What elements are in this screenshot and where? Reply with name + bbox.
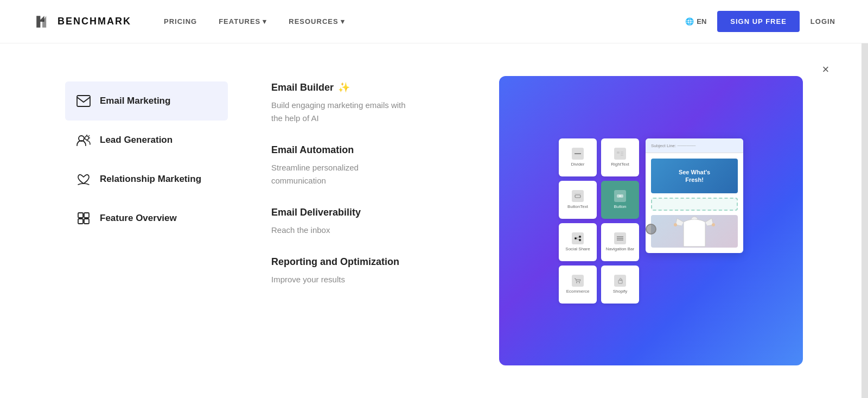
preview-product-image [651, 215, 738, 248]
features-dropdown: × Email Marketing [0, 43, 868, 398]
svg-rect-8 [78, 219, 83, 224]
navbar-block-icon [614, 232, 626, 244]
block-social[interactable]: Social Share [559, 223, 597, 261]
chevron-down-icon: ▾ [263, 17, 267, 26]
globe-icon: 🌐 [685, 17, 694, 26]
sidebar: Email Marketing Lead Generation [65, 76, 228, 365]
nav-resources[interactable]: RESOURCES ▾ [289, 17, 344, 26]
feature-title-email-deliverability[interactable]: Email Deliverability [271, 207, 456, 218]
feature-reporting: Reporting and Optimization Improve your … [271, 256, 456, 286]
sparkle-icon: ✨ [338, 81, 350, 93]
block-shopify[interactable]: Shopify [601, 266, 639, 304]
nav-links: PRICING FEATURES ▾ RESOURCES ▾ [164, 17, 685, 26]
login-button[interactable]: LOGIN [810, 17, 835, 26]
shopify-block-icon [614, 275, 626, 287]
feature-email-builder: Email Builder ✨ Build engaging marketing… [271, 81, 456, 125]
feature-title-email-automation[interactable]: Email Automation [271, 144, 456, 156]
lang-button[interactable]: 🌐 EN [685, 17, 706, 26]
svg-point-28 [579, 282, 580, 283]
svg-rect-15 [575, 195, 580, 198]
svg-rect-29 [618, 280, 622, 283]
svg-point-21 [579, 239, 581, 241]
svg-rect-7 [84, 213, 89, 218]
ecommerce-block-icon [572, 275, 584, 287]
preview-hero-text: See What'sFresh! [651, 159, 738, 194]
nav-right: 🌐 EN SIGN UP FREE LOGIN [685, 11, 835, 32]
block-divider[interactable]: Divider [559, 138, 597, 176]
chevron-down-icon: ▾ [341, 17, 345, 26]
email-builder-mockup: Divider RightText [499, 128, 803, 314]
nav-pricing[interactable]: PRICING [164, 17, 197, 26]
svg-point-30 [674, 223, 677, 226]
feature-email-automation: Email Automation Streamline personalized… [271, 144, 456, 187]
block-navbar[interactable]: Navigation Bar [601, 223, 639, 261]
divider-block-icon [572, 148, 584, 160]
feature-title-email-builder[interactable]: Email Builder ✨ [271, 81, 456, 93]
feature-desc-email-deliverability: Reach the inbox [271, 224, 456, 237]
feature-desc-email-builder: Build engaging marketing emails withthe … [271, 99, 456, 125]
svg-rect-6 [78, 213, 83, 218]
signup-button[interactable]: SIGN UP FREE [717, 11, 800, 32]
svg-line-22 [577, 237, 579, 238]
grid-icon [76, 211, 91, 226]
social-block-icon [572, 232, 584, 244]
nav-features[interactable]: FEATURES ▾ [219, 17, 267, 26]
svg-point-27 [576, 282, 577, 283]
close-button[interactable]: × [816, 60, 835, 79]
feature-email-deliverability: Email Deliverability Reach the inbox [271, 207, 456, 237]
svg-point-31 [712, 223, 715, 226]
feature-title-reporting[interactable]: Reporting and Optimization [271, 256, 456, 268]
svg-line-23 [577, 239, 579, 239]
logo[interactable]: BENCHMARK [33, 12, 131, 31]
block-buttontext[interactable]: ButtonText [559, 181, 597, 219]
block-ecommerce[interactable]: Ecommerce [559, 266, 597, 304]
svg-rect-9 [84, 219, 89, 224]
logo-text: BENCHMARK [58, 16, 131, 27]
svg-rect-0 [77, 96, 90, 106]
svg-point-19 [575, 237, 577, 239]
preview-body: See What'sFresh! [646, 153, 743, 254]
sidebar-label-relationship-marketing: Relationship Marketing [100, 174, 201, 185]
sidebar-label-feature-overview: Feature Overview [100, 213, 177, 224]
preview-drop-zone [651, 198, 738, 211]
sidebar-label-lead-generation: Lead Generation [100, 135, 173, 146]
email-preview-panel: Subject Line: ────── See What'sFresh! [646, 138, 743, 254]
feature-desc-email-automation: Streamline personalizedcommunication [271, 161, 456, 187]
people-icon [76, 132, 91, 148]
scrollbar-track [861, 0, 868, 398]
sidebar-item-lead-generation[interactable]: Lead Generation [65, 121, 228, 160]
svg-point-2 [85, 136, 89, 140]
svg-line-4 [89, 136, 90, 137]
logo-icon [33, 12, 52, 31]
navbar: BENCHMARK PRICING FEATURES ▾ RESOURCES ▾… [0, 0, 868, 43]
righttext-block-icon [614, 148, 626, 160]
buttontext-block-icon [572, 190, 584, 202]
preview-subject-line: Subject Line: ────── [646, 138, 743, 153]
blocks-grid: Divider RightText [559, 138, 639, 304]
email-icon [76, 93, 91, 109]
features-content: Email Builder ✨ Build engaging marketing… [271, 76, 456, 365]
sidebar-item-relationship-marketing[interactable]: Relationship Marketing [65, 160, 228, 199]
svg-point-20 [579, 236, 581, 238]
button-block-icon [614, 190, 626, 202]
sidebar-label-email-marketing: Email Marketing [100, 96, 170, 106]
block-button[interactable]: Button [601, 181, 639, 219]
preview-image-panel: Divider RightText [499, 76, 803, 365]
sidebar-item-feature-overview[interactable]: Feature Overview [65, 199, 228, 238]
svg-rect-11 [617, 151, 620, 154]
main-content: × Email Marketing [0, 43, 868, 398]
feature-desc-reporting: Improve your results [271, 273, 456, 286]
sidebar-item-email-marketing[interactable]: Email Marketing [65, 81, 228, 121]
block-righttext[interactable]: RightText [601, 138, 639, 176]
relationship-icon [76, 172, 91, 187]
